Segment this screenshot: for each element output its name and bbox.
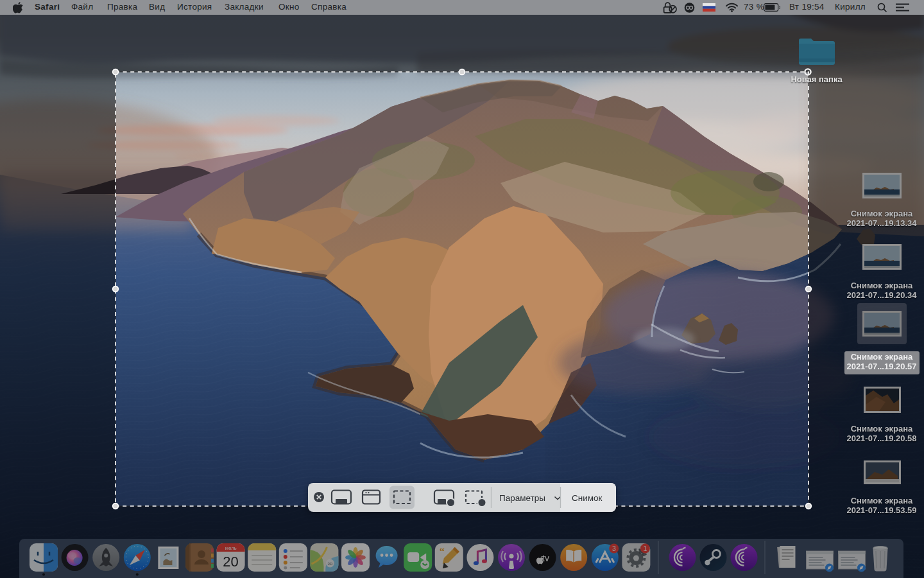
svg-text:1: 1	[643, 545, 647, 552]
svg-text:20: 20	[223, 554, 238, 570]
svg-text:3D: 3D	[328, 562, 333, 566]
svg-text:Параметры: Параметры	[499, 493, 545, 503]
svg-text:tv: tv	[542, 553, 549, 563]
svg-text:3: 3	[612, 545, 616, 552]
svg-text:Снимок: Снимок	[572, 493, 603, 503]
svg-text:“: “	[440, 546, 445, 557]
svg-text:июль: июль	[225, 545, 237, 551]
